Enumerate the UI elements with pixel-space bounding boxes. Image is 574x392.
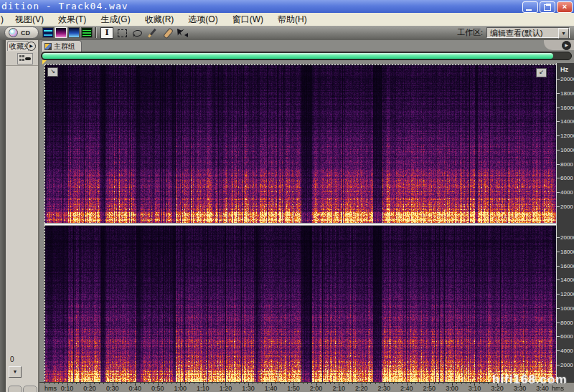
time-minor-tick [54, 383, 55, 384]
horizontal-zoom-scrollbar[interactable] [42, 53, 553, 59]
waveform-view-icon[interactable] [42, 27, 54, 38]
time-minor-tick [189, 383, 190, 384]
workspace-dropdown[interactable]: 编辑查看(默认) ▼ [486, 27, 570, 38]
spectral-frequency-view-icon[interactable] [55, 27, 67, 38]
time-tick-label: 1:10 [197, 385, 210, 392]
time-tick-label: 2:30 [377, 385, 390, 392]
freq-tick-label: 4000 [560, 189, 573, 196]
time-tick-label: 1:40 [265, 385, 278, 392]
freq-tick [557, 135, 560, 136]
lasso-selection-tool-icon[interactable] [131, 27, 144, 39]
time-minor-tick [389, 383, 390, 384]
panel-menu-icon[interactable]: ▶ [27, 42, 36, 51]
horizontal-zoom-track[interactable] [41, 52, 572, 60]
time-minor-tick [212, 383, 212, 384]
edit-favorites-button[interactable] [17, 53, 33, 64]
range-expand-left-icon[interactable]: ↘ [47, 67, 58, 77]
time-minor-tick [415, 383, 416, 384]
time-minor-tick [203, 383, 204, 384]
freq-tick-label: 20000 [560, 234, 574, 241]
menu-item-clipped[interactable]: ) [0, 14, 8, 24]
title-bar[interactable]: dition - Track04.wav × [0, 0, 574, 13]
time-minor-tick [303, 383, 304, 384]
time-minor-tick [44, 383, 45, 384]
time-minor-tick [117, 383, 118, 384]
menu-bar: ) 视图(V) 效果(T) 生成(G) 收藏(R) 选项(O) 窗口(W) 帮助… [0, 13, 574, 27]
time-minor-tick [366, 383, 367, 384]
toolbar-separator [95, 27, 97, 38]
menu-item-window[interactable]: 窗口(W) [225, 14, 270, 26]
time-minor-tick [311, 383, 312, 384]
freq-tick [557, 252, 560, 252]
tab-main-group[interactable]: 主群组 [41, 40, 82, 52]
time-minor-tick [248, 383, 249, 384]
menu-item-favorites[interactable]: 收藏(R) [138, 14, 182, 26]
time-tick-label: 3:10 [469, 385, 481, 392]
time-minor-tick [470, 383, 471, 384]
audition-window: dition - Track04.wav × ) 视图(V) 效果(T) 生成(… [0, 0, 574, 392]
time-minor-tick [239, 383, 240, 384]
freq-tick-label: 10000 [560, 305, 574, 312]
menu-item-generate[interactable]: 生成(G) [93, 14, 137, 26]
time-minor-tick [126, 383, 127, 384]
view-buttons [42, 27, 93, 38]
freq-tick-label: 16000 [560, 105, 574, 111]
time-tick-label: 0:30 [106, 385, 119, 392]
time-minor-tick [448, 383, 448, 384]
time-minor-tick [131, 383, 131, 384]
menu-item-options[interactable]: 选项(O) [181, 14, 225, 26]
time-tick-label: 2:10 [332, 385, 345, 392]
minimize-button[interactable] [522, 1, 538, 13]
time-minor-tick [343, 383, 344, 384]
time-minor-tick [443, 383, 443, 384]
tool-buttons: I [100, 27, 189, 39]
time-minor-tick [158, 383, 159, 384]
menu-item-effects[interactable]: 效果(T) [51, 14, 93, 26]
time-minor-tick [434, 383, 435, 384]
time-minor-tick [339, 383, 339, 384]
time-selection-tool-icon[interactable]: I [100, 27, 113, 39]
multitrack-view-icon[interactable] [81, 27, 93, 38]
close-button[interactable]: × [557, 1, 573, 13]
time-minor-tick [407, 383, 408, 384]
freq-tick-label: 2000 [560, 204, 573, 210]
time-minor-tick [466, 383, 466, 384]
watermark: hifi168.com [492, 373, 568, 387]
frequency-ruler[interactable]: Hz 2000018000160001400012000100008000600… [556, 63, 574, 382]
range-expand-right-icon[interactable]: ↙ [536, 68, 547, 77]
cd-view-button[interactable]: CD [21, 29, 30, 37]
freq-tick-label: 14000 [560, 118, 574, 125]
freq-tick [557, 93, 560, 94]
spectrogram-display[interactable] [44, 64, 556, 382]
time-minor-tick [411, 383, 412, 384]
cd-disc-icon[interactable] [9, 28, 18, 37]
time-minor-tick [307, 383, 308, 384]
marquee-selection-tool-icon[interactable] [116, 27, 128, 39]
time-minor-tick [357, 383, 357, 384]
scrub-tool-icon[interactable] [176, 27, 189, 39]
time-minor-tick [370, 383, 371, 384]
time-minor-tick [461, 383, 462, 384]
freq-tick [557, 164, 560, 165]
time-minor-tick [284, 383, 285, 384]
time-tick-label: 0:40 [128, 385, 141, 392]
time-tick-label: 1:00 [174, 385, 187, 392]
time-minor-tick [289, 383, 290, 384]
spectral-pan-view-icon[interactable] [68, 27, 80, 38]
time-minor-tick [235, 383, 235, 384]
panel-flyout-icon[interactable]: ▶ [562, 41, 571, 50]
time-minor-tick [362, 383, 362, 384]
freq-tick-label: 2000 [560, 362, 573, 368]
menu-item-help[interactable]: 帮助(H) [270, 14, 314, 26]
tab-favorites[interactable]: 收藏夹 [7, 41, 29, 51]
freq-tick [557, 150, 560, 150]
time-tick-label: 0:50 [151, 385, 164, 392]
main-group-area: 主群组 ▶ ↘ ↙ Hz 200001800016000140001200010… [39, 40, 574, 392]
menu-item-view[interactable]: 视图(V) [8, 14, 51, 26]
spot-healing-brush-tool-icon[interactable] [161, 27, 174, 39]
effects-paintbrush-tool-icon[interactable] [146, 27, 159, 39]
restore-button[interactable] [540, 1, 555, 13]
freq-tick-label: 8000 [560, 161, 573, 168]
panel-dropdown-button[interactable]: ▼ [9, 366, 22, 378]
chevron-down-icon[interactable]: ▼ [558, 28, 569, 39]
